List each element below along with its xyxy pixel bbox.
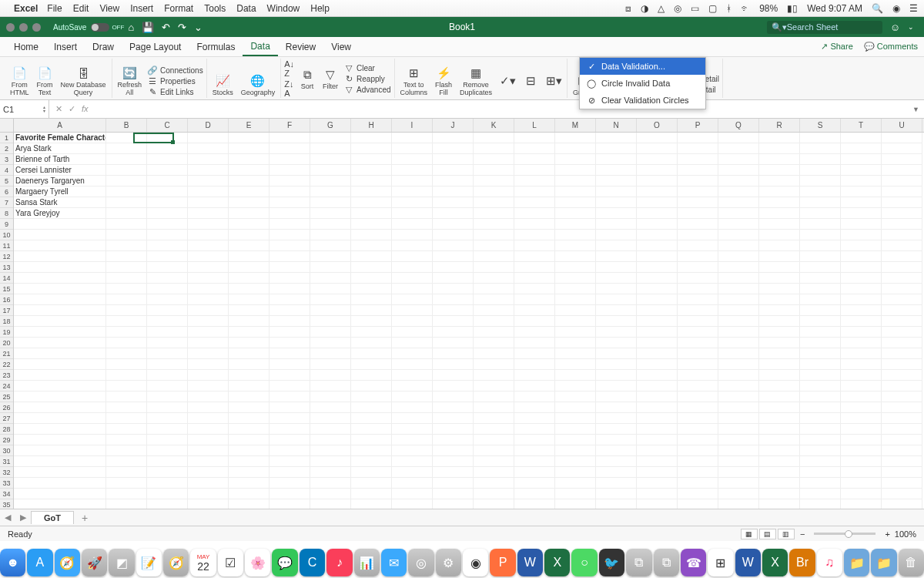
battery-icon[interactable]: ▮▯ bbox=[787, 3, 798, 14]
cell-F16[interactable] bbox=[270, 294, 310, 305]
cell-R28[interactable] bbox=[759, 424, 800, 435]
dock-trash-icon[interactable]: 🗑 bbox=[899, 549, 924, 576]
cell-B12[interactable] bbox=[106, 251, 147, 262]
cell-C24[interactable] bbox=[147, 381, 188, 391]
cell-N29[interactable] bbox=[596, 435, 637, 445]
cell-H13[interactable] bbox=[351, 262, 392, 273]
cell-L27[interactable] bbox=[514, 413, 555, 424]
cell-A22[interactable] bbox=[14, 359, 106, 370]
cell-Q29[interactable] bbox=[718, 435, 759, 445]
col-header-J[interactable]: J bbox=[433, 119, 474, 132]
flash-fill-button[interactable]: ⚡FlashFill bbox=[433, 64, 454, 98]
cell-L4[interactable] bbox=[514, 165, 555, 176]
cell-R21[interactable] bbox=[759, 348, 800, 359]
cell-F1[interactable] bbox=[270, 133, 310, 143]
cell-A23[interactable] bbox=[14, 370, 106, 381]
cell-A20[interactable] bbox=[14, 338, 106, 348]
cell-D9[interactable] bbox=[188, 219, 229, 230]
cell-G19[interactable] bbox=[310, 327, 351, 338]
cell-J23[interactable] bbox=[433, 370, 474, 381]
row-header-35[interactable]: 35 bbox=[0, 499, 13, 509]
cell-E13[interactable] bbox=[229, 262, 270, 273]
cell-D1[interactable] bbox=[188, 133, 229, 143]
row-header-21[interactable]: 21 bbox=[0, 348, 13, 359]
cell-F11[interactable] bbox=[270, 240, 310, 251]
cell-A27[interactable] bbox=[14, 413, 106, 424]
cell-J22[interactable] bbox=[433, 359, 474, 370]
cell-B21[interactable] bbox=[106, 348, 147, 359]
cell-O8[interactable] bbox=[637, 208, 678, 219]
cell-S12[interactable] bbox=[800, 251, 841, 262]
row-header-4[interactable]: 4 bbox=[0, 165, 13, 176]
cell-C19[interactable] bbox=[147, 327, 188, 338]
cell-S18[interactable] bbox=[800, 316, 841, 327]
cell-M25[interactable] bbox=[555, 391, 596, 402]
cell-G20[interactable] bbox=[310, 338, 351, 348]
col-header-Q[interactable]: Q bbox=[718, 119, 759, 132]
cell-C6[interactable] bbox=[147, 187, 188, 197]
sheet-prev-icon[interactable]: ◀ bbox=[0, 512, 15, 523]
cell-L2[interactable] bbox=[514, 143, 555, 154]
cell-T7[interactable] bbox=[841, 197, 882, 208]
cell-C32[interactable] bbox=[147, 467, 188, 478]
cell-K21[interactable] bbox=[474, 348, 514, 359]
cell-M15[interactable] bbox=[555, 284, 596, 294]
cell-U29[interactable] bbox=[882, 435, 922, 445]
cell-P26[interactable] bbox=[678, 402, 718, 413]
cell-E1[interactable] bbox=[229, 133, 270, 143]
cell-P20[interactable] bbox=[678, 338, 718, 348]
cell-J8[interactable] bbox=[433, 208, 474, 219]
cell-P25[interactable] bbox=[678, 391, 718, 402]
cell-A25[interactable] bbox=[14, 391, 106, 402]
row-header-3[interactable]: 3 bbox=[0, 154, 13, 165]
cell-K29[interactable] bbox=[474, 435, 514, 445]
cell-M7[interactable] bbox=[555, 197, 596, 208]
cell-U9[interactable] bbox=[882, 219, 922, 230]
cell-U5[interactable] bbox=[882, 176, 922, 187]
cell-D10[interactable] bbox=[188, 230, 229, 240]
connections-button[interactable]: 🔗Connections bbox=[147, 66, 203, 75]
cell-N7[interactable] bbox=[596, 197, 637, 208]
cell-F22[interactable] bbox=[270, 359, 310, 370]
cell-G15[interactable] bbox=[310, 284, 351, 294]
cell-P31[interactable] bbox=[678, 456, 718, 467]
row-header-23[interactable]: 23 bbox=[0, 370, 13, 381]
cell-H14[interactable] bbox=[351, 273, 392, 284]
app-name[interactable]: Excel bbox=[14, 3, 38, 14]
cell-F4[interactable] bbox=[270, 165, 310, 176]
cell-E24[interactable] bbox=[229, 381, 270, 391]
cell-M11[interactable] bbox=[555, 240, 596, 251]
cell-O10[interactable] bbox=[637, 230, 678, 240]
cell-U11[interactable] bbox=[882, 240, 922, 251]
cell-J35[interactable] bbox=[433, 499, 474, 509]
cell-S14[interactable] bbox=[800, 273, 841, 284]
cell-Q12[interactable] bbox=[718, 251, 759, 262]
tray-icon-3[interactable]: ◎ bbox=[674, 3, 681, 14]
cell-A21[interactable] bbox=[14, 348, 106, 359]
cell-A10[interactable] bbox=[14, 230, 106, 240]
cell-F25[interactable] bbox=[270, 391, 310, 402]
cell-K34[interactable] bbox=[474, 489, 514, 499]
cell-T33[interactable] bbox=[841, 478, 882, 489]
cell-M10[interactable] bbox=[555, 230, 596, 240]
col-header-C[interactable]: C bbox=[147, 119, 188, 132]
cell-A2[interactable]: Arya Stark bbox=[14, 143, 106, 154]
cell-S23[interactable] bbox=[800, 370, 841, 381]
sort-button[interactable]: ⧉Sort bbox=[297, 59, 317, 98]
cell-F12[interactable] bbox=[270, 251, 310, 262]
cell-G25[interactable] bbox=[310, 391, 351, 402]
cell-N33[interactable] bbox=[596, 478, 637, 489]
cell-S15[interactable] bbox=[800, 284, 841, 294]
cell-E30[interactable] bbox=[229, 445, 270, 456]
cell-C14[interactable] bbox=[147, 273, 188, 284]
dock-app-icon-9[interactable]: ⧉ bbox=[654, 549, 679, 576]
cell-H33[interactable] bbox=[351, 478, 392, 489]
cell-I10[interactable] bbox=[392, 230, 433, 240]
window-close-button[interactable] bbox=[6, 23, 15, 32]
stocks-button[interactable]: 📈Stocks bbox=[210, 72, 236, 98]
cell-D26[interactable] bbox=[188, 402, 229, 413]
cell-Q18[interactable] bbox=[718, 316, 759, 327]
cell-A15[interactable] bbox=[14, 284, 106, 294]
cell-D16[interactable] bbox=[188, 294, 229, 305]
cell-Q3[interactable] bbox=[718, 154, 759, 165]
